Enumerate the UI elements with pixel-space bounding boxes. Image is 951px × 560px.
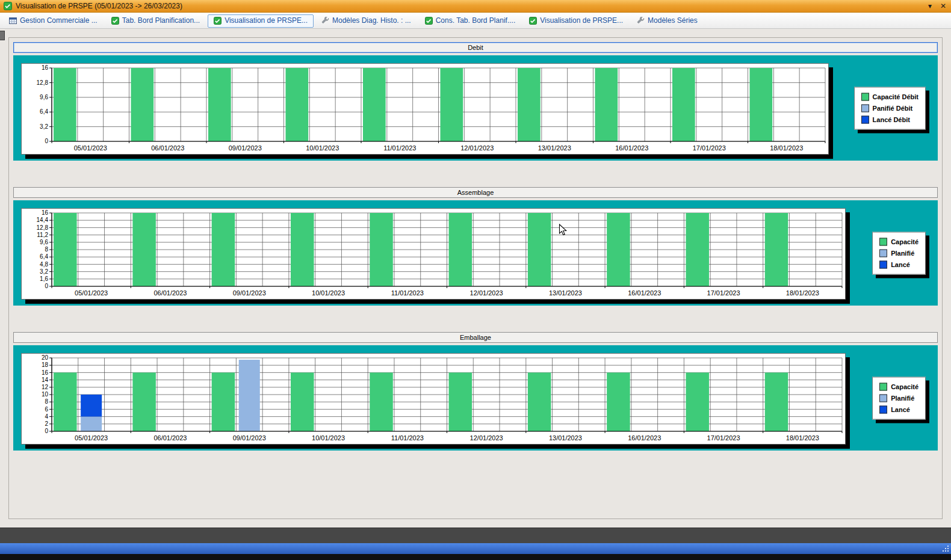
close-button[interactable]: ✕ xyxy=(940,2,946,10)
bar-capacity xyxy=(528,372,551,431)
legend-label: Capacité Débit xyxy=(873,93,918,100)
x-tick-label: 13/01/2023 xyxy=(549,434,582,442)
bar-capacity xyxy=(528,213,551,286)
legend-label: Capacité xyxy=(891,383,918,390)
y-tick-label: 9,6 xyxy=(40,239,48,245)
chart-box-assemblage: 1614,412,811,29,686,44,83,21,6005/01/202… xyxy=(21,208,846,300)
legend-item-launched: Lancé xyxy=(879,405,918,413)
green-board-icon xyxy=(214,17,221,25)
x-tick-label: 16/01/2023 xyxy=(628,434,661,442)
resize-grip[interactable] xyxy=(942,545,949,552)
wrench-icon xyxy=(637,17,645,25)
legend-item-capacity: Capacité Débit xyxy=(861,93,918,100)
bar-capacity xyxy=(449,213,472,286)
legend-item-planned: Planifié xyxy=(879,249,918,257)
charts-container: Debit1612,89,66,43,2005/01/202306/01/202… xyxy=(8,37,943,519)
tab-visualisation-de-prspe[interactable]: Visualisation de PRSPE... xyxy=(523,14,629,28)
x-tick-label: 12/01/2023 xyxy=(460,144,494,152)
app-chart-icon xyxy=(4,2,12,10)
y-tick-label: 3,2 xyxy=(40,123,48,130)
y-tick-label: 4,8 xyxy=(40,261,48,268)
y-tick-label: 10 xyxy=(42,391,49,398)
x-tick-label: 12/01/2023 xyxy=(470,434,503,442)
x-tick-label: 05/01/2023 xyxy=(75,434,108,442)
x-tick-label: 06/01/2023 xyxy=(153,434,187,442)
legend-item-capacity: Capacité xyxy=(879,238,918,245)
x-tick-label: 11/01/2023 xyxy=(391,434,424,442)
tab-mod-les-s-ries[interactable]: Modèles Séries xyxy=(631,14,704,28)
legend-swatch-launched xyxy=(879,405,887,413)
x-tick-label: 11/01/2023 xyxy=(391,289,424,297)
tab-mod-les-diag-histo[interactable]: Modèles Diag. Histo. : ... xyxy=(315,14,417,28)
legend-swatch-capacity xyxy=(861,93,869,100)
tab-label: Modèles Diag. Histo. : ... xyxy=(332,17,411,24)
section-title-assemblage[interactable]: Assemblage xyxy=(13,187,938,198)
chart-panel-debit: 1612,89,66,43,2005/01/202306/01/202309/0… xyxy=(13,55,938,161)
bar-capacity xyxy=(54,372,77,431)
bar-capacity xyxy=(285,68,308,141)
x-tick-label: 10/01/2023 xyxy=(312,434,345,442)
y-tick-label: 0 xyxy=(45,283,48,289)
y-tick-label: 4 xyxy=(45,413,48,420)
legend-assemblage: CapacitéPlanifiéLancé xyxy=(872,232,926,274)
y-tick-label: 1,6 xyxy=(40,275,48,282)
bar-capacity xyxy=(291,372,314,431)
y-tick-label: 9,6 xyxy=(40,94,48,100)
bar-capacity xyxy=(132,372,156,431)
legend-label: Capacité xyxy=(891,238,918,245)
legend-label: Planifié xyxy=(891,250,914,257)
app-window: Visualisation de PRSPE (05/01/2023 -> 26… xyxy=(0,0,951,560)
bottom-black-strip xyxy=(0,554,951,560)
bar-capacity xyxy=(440,68,463,141)
y-tick-label: 18 xyxy=(42,362,49,368)
tab-gestion-commerciale[interactable]: Gestion Commerciale ... xyxy=(3,14,104,28)
tab-label: Visualisation de PRSPE... xyxy=(540,17,623,24)
x-tick-label: 16/01/2023 xyxy=(628,289,661,297)
window-title: Visualisation de PRSPE (05/01/2023 -> 26… xyxy=(16,2,182,10)
app-grid-icon xyxy=(9,17,17,25)
legend-item-launched: Lancé Débit xyxy=(861,115,918,123)
legend-swatch-launched xyxy=(879,260,887,268)
legend-item-planned: Panifié Débit xyxy=(861,104,918,112)
legend-item-capacity: Capacité xyxy=(879,383,918,390)
tab-tab-bord-planification[interactable]: Tab. Bord Planification... xyxy=(105,14,206,28)
bar-launched xyxy=(81,395,102,417)
section-title-emballage[interactable]: Emballage xyxy=(13,332,938,343)
y-tick-label: 16 xyxy=(42,64,49,71)
x-tick-label: 06/01/2023 xyxy=(153,289,187,297)
x-tick-label: 09/01/2023 xyxy=(229,144,262,152)
bar-capacity xyxy=(749,68,772,141)
y-tick-label: 3,2 xyxy=(40,268,48,275)
x-tick-label: 12/01/2023 xyxy=(470,289,503,297)
y-tick-label: 0 xyxy=(45,428,48,434)
y-tick-label: 14,4 xyxy=(37,217,49,223)
y-tick-label: 2 xyxy=(45,420,48,427)
y-tick-label: 12,8 xyxy=(37,224,49,231)
tab-visualisation-de-prspe[interactable]: Visualisation de PRSPE... xyxy=(208,14,314,28)
green-board-icon xyxy=(425,17,433,25)
y-tick-label: 8 xyxy=(45,246,48,253)
bar-capacity xyxy=(449,372,472,431)
x-tick-label: 18/01/2023 xyxy=(770,144,803,152)
x-tick-label: 13/01/2023 xyxy=(549,289,582,297)
minimize-button[interactable]: ▾ xyxy=(928,2,932,10)
bar-capacity xyxy=(212,372,235,431)
legend-swatch-planned xyxy=(861,104,869,112)
section-assemblage: Assemblage1614,412,811,29,686,44,83,21,6… xyxy=(13,187,938,306)
section-title-debit[interactable]: Debit xyxy=(13,42,938,53)
x-tick-label: 17/01/2023 xyxy=(707,289,740,297)
legend-label: Planifié xyxy=(891,395,914,402)
x-tick-label: 06/01/2023 xyxy=(151,144,184,152)
chart-canvas-debit: 1612,89,66,43,2005/01/202306/01/202309/0… xyxy=(22,64,828,154)
bar-capacity xyxy=(595,68,618,141)
chart-panel-emballage: 2018161412108642005/01/202306/01/202309/… xyxy=(13,345,938,451)
section-debit: Debit1612,89,66,43,2005/01/202306/01/202… xyxy=(13,42,938,161)
bar-capacity xyxy=(672,68,695,141)
x-tick-label: 05/01/2023 xyxy=(75,289,108,297)
bar-capacity xyxy=(686,213,709,286)
bottom-dark-strip xyxy=(0,528,951,543)
bar-capacity xyxy=(131,68,153,141)
tab-cons-tab-bord-planif[interactable]: Cons. Tab. Bord Planif.... xyxy=(419,14,522,28)
main-area: Debit1612,89,66,43,2005/01/202306/01/202… xyxy=(0,29,951,528)
x-tick-label: 17/01/2023 xyxy=(707,434,740,442)
